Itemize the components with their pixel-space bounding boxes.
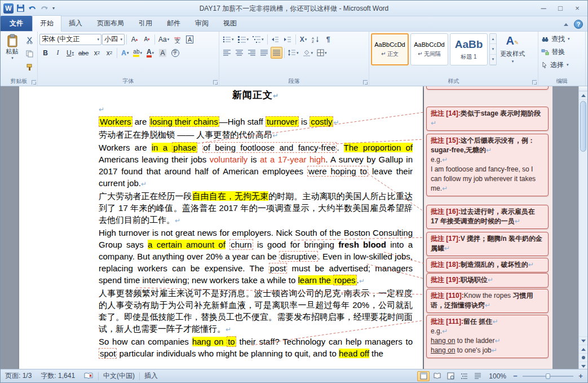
borders-button[interactable]: ▾ — [315, 47, 329, 59]
word-count[interactable]: 字数: 1,641 — [36, 369, 79, 382]
repeat-button[interactable] — [39, 3, 49, 14]
line-spacing-button[interactable]: ▾ — [286, 47, 300, 59]
paragraph-dialog-launcher[interactable] — [363, 80, 368, 85]
strikethrough-button[interactable]: abe — [77, 47, 90, 59]
comment-balloon[interactable]: 批注 [19]:职场职位↵ — [426, 273, 549, 288]
comment-balloon[interactable]: 批注 [18]:制造混乱的，破坏性的↵ — [426, 258, 549, 272]
shrink-font-button[interactable]: A▾ — [141, 33, 153, 45]
comment-balloon[interactable]: 批注 [111]:留任 抓住↵e.g.↵hang on to the ladde… — [426, 315, 549, 358]
tab-mailings[interactable]: 邮件 — [160, 16, 188, 31]
text-effects-button[interactable]: A▾ — [119, 47, 131, 59]
tab-references[interactable]: 引用 — [131, 16, 160, 31]
style-card-2[interactable]: AaBb标题 1 — [450, 33, 488, 65]
text-highlight-button[interactable]: ab▾ — [131, 47, 144, 59]
tab-view[interactable]: 视图 — [216, 16, 244, 31]
styles-gallery-scrollbar[interactable]: ▲ ▼ ▼ — [489, 33, 497, 65]
cut-button[interactable] — [24, 34, 36, 46]
align-center-button[interactable] — [233, 47, 245, 59]
bold-button[interactable]: B — [39, 47, 51, 59]
minimize-button[interactable]: ─ — [536, 3, 551, 14]
comment-balloon[interactable] — [426, 86, 549, 90]
outline-view-button[interactable] — [458, 371, 470, 381]
asian-layout-button[interactable]: X▾ — [298, 33, 310, 45]
tab-home[interactable]: 开始 — [32, 15, 61, 32]
bullets-button[interactable]: ▾ — [221, 33, 236, 45]
scrollbar-track[interactable] — [579, 153, 587, 336]
paragraph[interactable]: So how can companies hang on to their st… — [99, 336, 413, 359]
styles-gallery-more-icon[interactable]: ▼ — [490, 55, 496, 65]
maximize-button[interactable]: □ — [552, 3, 568, 14]
previous-page-button[interactable] — [579, 345, 587, 353]
format-painter-button[interactable] — [24, 61, 36, 73]
zoom-out-button[interactable]: − — [511, 372, 520, 381]
font-name-select[interactable]: 宋体 (中文正▾ — [39, 34, 101, 45]
subscript-button[interactable]: x2 — [91, 47, 103, 59]
minimize-ribbon-icon[interactable] — [564, 23, 568, 26]
spell-check-status[interactable] — [79, 369, 98, 382]
styles-gallery-up-icon[interactable]: ▲ — [490, 34, 496, 44]
tab-insert[interactable]: 插入 — [61, 16, 90, 31]
zoom-slider-thumb[interactable] — [546, 373, 550, 379]
scroll-down-button[interactable] — [579, 336, 587, 345]
styles-dialog-launcher[interactable] — [532, 80, 537, 85]
paragraph[interactable]: Workers are in a phase of being footloos… — [99, 142, 413, 190]
enclose-characters-button[interactable]: 字 — [169, 47, 181, 59]
undo-button[interactable] — [27, 3, 37, 14]
language-indicator[interactable]: 中文(中国) — [99, 369, 139, 382]
sort-button[interactable]: AZ — [310, 33, 322, 45]
comment-balloon[interactable]: 批注 [14]:类似于stage 表示时期阶段↵ — [426, 107, 549, 131]
font-size-select[interactable]: 小四▾ — [102, 34, 125, 45]
italic-button[interactable]: I — [52, 47, 64, 59]
distribute-button[interactable] — [271, 47, 282, 59]
paragraph[interactable]: 劳动者正在挣脱枷锁 —— 人事更替的代价高昂↵ — [99, 129, 413, 142]
paste-button[interactable]: 粘贴▾ — [2, 33, 22, 73]
copy-button[interactable] — [24, 48, 36, 60]
insert-mode-indicator[interactable]: 插入 — [140, 369, 162, 382]
qat-customize-button[interactable]: ▾ — [51, 3, 56, 14]
tab-page-layout[interactable]: 页面布局 — [90, 16, 131, 31]
style-card-1[interactable]: AaBbCcDd↵ 无间隔 — [410, 33, 448, 65]
help-icon[interactable]: ? — [574, 20, 583, 29]
comment-balloon[interactable]: 批注 [16]:过去进行时，表示雇员在 17 年接受调查的时候的一员↵ — [426, 205, 549, 229]
decrease-indent-button[interactable] — [269, 33, 281, 45]
comment-balloon[interactable]: 批注 [17]:V 搅拌；翻腾/n 装牛奶的金属罐↵ — [426, 232, 549, 256]
paragraph[interactable]: Workers are losing their chains—High sta… — [99, 116, 413, 129]
phonetic-guide-button[interactable]: wén文 — [171, 33, 183, 45]
replace-button[interactable]: 替换 — [540, 46, 583, 58]
zoom-level[interactable]: 100% — [484, 372, 511, 380]
word-logo-icon[interactable]: W — [3, 3, 14, 14]
justify-button[interactable] — [258, 47, 270, 59]
page-indicator[interactable]: 页面: 1/3 — [1, 369, 36, 382]
draft-view-button[interactable] — [471, 371, 484, 381]
styles-gallery-down-icon[interactable]: ▼ — [490, 44, 496, 54]
clipboard-dialog-launcher[interactable] — [32, 80, 36, 85]
multilevel-list-button[interactable]: ▾ — [251, 33, 266, 45]
tab-review[interactable]: 审阅 — [188, 16, 216, 31]
select-button[interactable]: 选择▾ — [540, 59, 583, 71]
paragraph[interactable]: 人事更替频繁对雇主来说可不是好消息。波士顿咨询公司的尼克·南表示，一定程度的人事… — [99, 287, 413, 336]
change-case-button[interactable]: Aa▾ — [157, 33, 171, 45]
select-browse-object-button[interactable] — [579, 353, 587, 362]
grow-font-button[interactable]: A▴ — [129, 33, 140, 45]
zoom-in-button[interactable]: + — [576, 372, 585, 381]
comment-balloon[interactable]: 批注 [110]:Know the ropes 习惯用语，泛指懂得诀窍↵ — [426, 289, 549, 313]
paragraph[interactable]: ↵ — [99, 103, 413, 116]
zoom-slider[interactable] — [523, 376, 573, 377]
page-text[interactable]: 新闻正文↵↵Workers are losing their chains—Hi… — [19, 86, 423, 359]
show-hide-marks-button[interactable]: ¶ — [322, 33, 334, 45]
document-title[interactable]: 新闻正文↵ — [99, 89, 413, 103]
web-layout-view-button[interactable] — [444, 371, 457, 381]
tab-file[interactable]: 文件 — [1, 16, 32, 31]
close-button[interactable]: × — [569, 3, 585, 14]
document-page[interactable]: 新闻正文↵↵Workers are losing their chains—Hi… — [19, 86, 423, 370]
change-styles-button[interactable]: A✎ 更改样式 ▾ — [498, 35, 527, 64]
scrollbar-thumb[interactable] — [580, 101, 586, 152]
vertical-scrollbar[interactable] — [578, 86, 587, 370]
full-screen-view-button[interactable] — [431, 371, 443, 381]
style-card-0[interactable]: AaBbCcDd↵ 正文 — [371, 33, 409, 65]
scroll-up-button[interactable] — [579, 91, 587, 100]
shading-button[interactable]: ▾ — [301, 47, 315, 59]
numbering-button[interactable]: ▾ — [236, 33, 251, 45]
underline-button[interactable]: U▾ — [64, 47, 76, 59]
character-shading-button[interactable]: A — [157, 47, 169, 59]
